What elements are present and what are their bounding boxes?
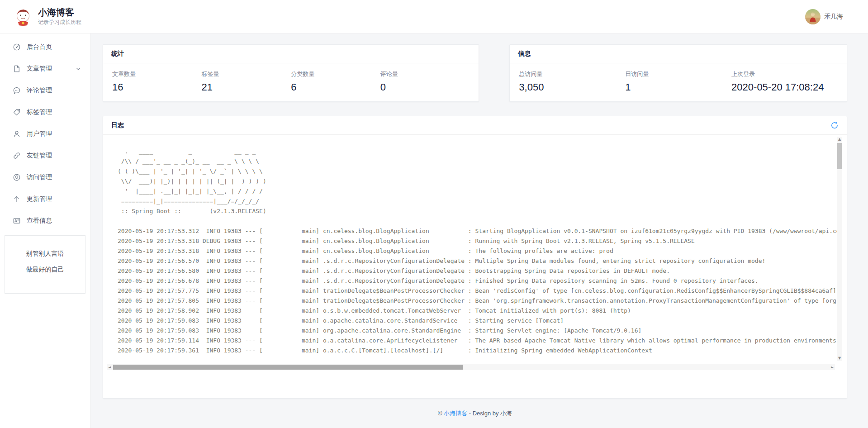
metric-value: 21 <box>202 81 291 93</box>
metric-label: 上次登录 <box>731 70 838 78</box>
sidebar-motto-box: 别管别人言语 做最好的自己 <box>5 235 85 294</box>
logo-wrap: 小海博客 记录学习成长历程 <box>14 7 81 26</box>
sidebar-item-label: 访问管理 <box>27 173 52 181</box>
footer-separator: - Design by <box>469 410 499 417</box>
metric-value: 16 <box>112 81 202 93</box>
sidebar-item-visits[interactable]: 访问管理 <box>0 166 90 188</box>
sidebar-item-tags[interactable]: 标签管理 <box>0 101 90 123</box>
app-header: 小海博客 记录学习成长历程 禾几海 <box>0 0 868 33</box>
metric-value: 2020-05-20 17:08:24 <box>731 81 838 93</box>
user-avatar[interactable] <box>805 9 821 24</box>
log-card-bottom-padding <box>103 370 847 398</box>
log-card-title: 日志 <box>111 121 124 129</box>
metric-label: 文章数量 <box>112 70 202 78</box>
metric-total-visits: 总访问量 3,050 <box>519 70 625 93</box>
title-block: 小海博客 记录学习成长历程 <box>38 7 81 26</box>
metric-comments: 评论量 0 <box>380 70 470 93</box>
log-card-header: 日志 <box>103 116 847 135</box>
sidebar-item-label: 后台首页 <box>27 43 52 51</box>
site-logo-icon <box>14 7 33 26</box>
scroll-right-arrow[interactable]: ► <box>830 364 835 370</box>
id-card-icon <box>13 217 21 225</box>
footer-site-link[interactable]: 小海博客 <box>444 410 467 417</box>
scroll-left-arrow[interactable]: ◄ <box>107 364 112 370</box>
metric-last-login: 上次登录 2020-05-20 17:08:24 <box>731 70 838 93</box>
header-user-menu[interactable]: 禾几海 <box>805 9 843 24</box>
sidebar: 后台首页 文章管理 评论管理 标签管理 用 <box>0 33 90 428</box>
sidebar-item-label: 查看信息 <box>27 217 52 225</box>
sidebar-item-label: 更新管理 <box>27 195 52 203</box>
horizontal-scrollbar[interactable]: ◄ ► <box>107 364 835 370</box>
arrow-up-icon <box>13 195 21 203</box>
scroll-up-arrow[interactable]: ▲ <box>837 137 842 142</box>
metric-label: 标签量 <box>202 70 291 78</box>
stats-card: 统计 文章数量 16 标签量 21 分类数量 6 <box>103 44 479 102</box>
main-content: 统计 文章数量 16 标签量 21 分类数量 6 <box>90 33 868 428</box>
refresh-icon[interactable] <box>830 121 839 129</box>
sidebar-item-articles[interactable]: 文章管理 <box>0 58 90 80</box>
info-card-title: 信息 <box>518 50 531 58</box>
vertical-scroll-thumb[interactable] <box>837 143 842 169</box>
info-card-header: 信息 <box>510 45 847 63</box>
sidebar-item-label: 友链管理 <box>27 152 52 160</box>
sidebar-item-dashboard[interactable]: 后台首页 <box>0 36 90 58</box>
motto-line-2: 做最好的自己 <box>5 264 85 274</box>
article-icon <box>13 65 21 73</box>
sidebar-item-links[interactable]: 友链管理 <box>0 145 90 166</box>
metric-label: 总访问量 <box>519 70 625 78</box>
metric-tags: 标签量 21 <box>202 70 291 93</box>
vertical-scrollbar[interactable]: ▲ ▼ <box>837 137 842 361</box>
horizontal-scroll-thumb[interactable] <box>113 365 463 370</box>
sidebar-item-label: 标签管理 <box>27 108 52 116</box>
footer-author: 小海 <box>500 410 512 417</box>
spring-boot-banner: . ____ _ __ _ _ /\\ / ___'_ __ _ _(_)_ _… <box>107 135 842 216</box>
stats-card-title: 统计 <box>111 50 124 58</box>
visit-icon <box>13 173 21 181</box>
site-title: 小海博客 <box>38 7 81 18</box>
metric-value: 6 <box>291 81 380 93</box>
metric-articles: 文章数量 16 <box>112 70 202 93</box>
site-subtitle: 记录学习成长历程 <box>38 19 81 26</box>
sidebar-item-users[interactable]: 用户管理 <box>0 123 90 145</box>
metric-value: 1 <box>625 81 731 93</box>
info-card: 信息 总访问量 3,050 日访问量 1 上次登录 2020-05-20 17:… <box>509 44 847 102</box>
user-icon <box>13 130 21 138</box>
link-icon <box>13 152 21 160</box>
sidebar-item-label: 用户管理 <box>27 130 52 138</box>
sidebar-item-info[interactable]: 查看信息 <box>0 210 90 232</box>
sidebar-item-comments[interactable]: 评论管理 <box>0 80 90 101</box>
sidebar-item-updates[interactable]: 更新管理 <box>0 188 90 210</box>
tag-icon <box>13 108 21 116</box>
page-footer: © 小海博客 - Design by 小海 <box>103 409 847 418</box>
metric-label: 分类数量 <box>291 70 380 78</box>
user-name: 禾几海 <box>824 13 843 21</box>
stats-card-header: 统计 <box>103 45 479 63</box>
scroll-down-arrow[interactable]: ▼ <box>837 356 842 361</box>
dashboard-icon <box>13 43 21 51</box>
avatar-illustration-icon <box>805 9 821 24</box>
log-lines: 2020-05-19 20:17:53.312 INFO 19383 --- [… <box>107 216 842 356</box>
metric-value: 3,050 <box>519 81 625 93</box>
metric-daily-visits: 日访问量 1 <box>625 70 731 93</box>
log-viewer: . ____ _ __ _ _ /\\ / ___'_ __ _ _(_)_ _… <box>107 135 842 370</box>
sidebar-item-label: 文章管理 <box>27 65 52 73</box>
metric-label: 评论量 <box>380 70 470 78</box>
metric-label: 日访问量 <box>625 70 731 78</box>
info-card-body: 总访问量 3,050 日访问量 1 上次登录 2020-05-20 17:08:… <box>510 63 847 101</box>
comment-icon <box>13 86 21 95</box>
metric-categories: 分类数量 6 <box>291 70 380 93</box>
motto-line-1: 别管别人言语 <box>5 248 85 258</box>
metric-value: 0 <box>380 81 470 93</box>
sidebar-item-label: 评论管理 <box>27 86 52 95</box>
log-card: 日志 . ____ _ __ _ _ /\\ / ___'_ __ _ _(_)… <box>103 116 847 399</box>
copyright-symbol: © <box>438 410 442 417</box>
stats-card-body: 文章数量 16 标签量 21 分类数量 6 评论量 0 <box>103 63 479 101</box>
chevron-down-icon[interactable] <box>76 66 81 71</box>
